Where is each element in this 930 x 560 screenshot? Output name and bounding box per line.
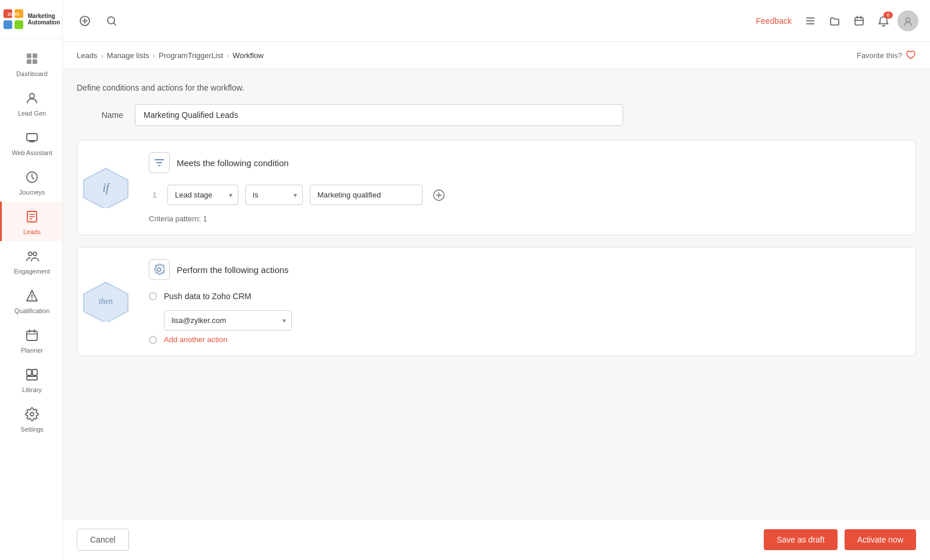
svg-point-20: [31, 299, 33, 300]
svg-point-17: [33, 252, 37, 256]
sidebar-label-planner: Planner: [21, 347, 43, 354]
breadcrumb-sep-1: ›: [101, 51, 103, 60]
then-block-title: Perform the following actions: [177, 265, 289, 275]
svg-rect-2: [3, 20, 12, 29]
topbar-left: [74, 10, 745, 31]
svg-line-33: [114, 23, 116, 25]
svg-rect-7: [27, 59, 31, 64]
sidebar-item-planner[interactable]: Planner: [0, 320, 62, 360]
then-block-header: Perform the following actions: [149, 259, 902, 280]
page-content: Define conditions and actions for the wo…: [63, 69, 930, 519]
action-label: Push data to Zoho CRM: [164, 292, 251, 301]
field-select-wrapper: Lead stage Lead score Lead source: [167, 185, 238, 205]
sidebar-item-qualification[interactable]: Qualification: [0, 281, 62, 320]
svg-point-41: [906, 17, 910, 21]
svg-rect-8: [33, 59, 37, 64]
sidebar-label-journeys: Journeys: [19, 189, 45, 196]
calendar-button[interactable]: [849, 10, 870, 31]
svg-text:ZOHO: ZOHO: [8, 12, 20, 16]
save-as-draft-button[interactable]: Save as draft: [764, 529, 838, 550]
zoho-logo-icon: ZOHO: [2, 8, 24, 30]
favorite-button[interactable]: Favorite this?: [857, 50, 916, 60]
library-icon: [25, 368, 39, 384]
operator-select[interactable]: is is not contains: [245, 185, 303, 205]
sidebar-label-library: Library: [22, 386, 42, 393]
svg-rect-27: [27, 376, 37, 380]
add-action-dot: [149, 336, 157, 344]
page-description: Define conditions and actions for the wo…: [77, 83, 916, 92]
svg-rect-10: [27, 134, 37, 141]
breadcrumb-leads[interactable]: Leads: [77, 51, 97, 60]
condition-row: 1 Lead stage Lead score Lead source is: [149, 185, 902, 205]
breadcrumb-bar: Leads › Manage lists › ProgramTriggerLis…: [63, 42, 930, 69]
action-row: Push data to Zoho CRM: [149, 292, 902, 301]
activate-now-button[interactable]: Activate now: [845, 529, 916, 550]
svg-rect-26: [33, 369, 37, 375]
sidebar-item-engagement[interactable]: Engagement: [0, 241, 62, 281]
then-block: then Perform the following actions Push …: [77, 247, 916, 356]
workflow-name-input[interactable]: [135, 104, 623, 126]
add-action-link[interactable]: Add another action: [164, 335, 227, 344]
sidebar-item-library[interactable]: Library: [0, 360, 62, 399]
list-view-button[interactable]: [800, 10, 821, 31]
topbar: Feedback 6: [63, 0, 930, 42]
if-badge-text: if: [102, 181, 109, 195]
dashboard-icon: [25, 52, 39, 68]
gear-icon: [149, 259, 170, 280]
folder-button[interactable]: [824, 10, 845, 31]
crm-account-select[interactable]: lisa@zylker.com admin@zylker.com: [164, 310, 292, 331]
sidebar-item-settings[interactable]: Settings: [0, 399, 62, 439]
notifications-button[interactable]: 6: [873, 10, 894, 31]
sidebar-item-lead-gen[interactable]: Lead Gen: [0, 83, 62, 123]
content-area: Leads › Manage lists › ProgramTriggerLis…: [63, 42, 930, 560]
favorite-label: Favorite this?: [857, 51, 902, 60]
sidebar-label-leads: Leads: [23, 228, 41, 235]
footer-right: Save as draft Activate now: [764, 529, 916, 550]
search-button[interactable]: [101, 10, 122, 31]
sidebar-item-leads[interactable]: Leads: [0, 202, 62, 241]
engagement-icon: [25, 249, 39, 265]
condition-value-input[interactable]: [310, 185, 423, 205]
name-row: Name: [77, 104, 916, 126]
criteria-label: Criteria pattern:: [149, 214, 201, 223]
svg-rect-25: [27, 369, 31, 375]
sidebar-item-dashboard[interactable]: Dashboard: [0, 44, 62, 83]
app-logo: ZOHO Marketing Automation: [0, 0, 62, 39]
web-assistant-icon: [25, 131, 39, 147]
sidebar-nav: Dashboard Lead Gen Web Assistant Journey…: [0, 39, 62, 439]
filter-icon: [149, 152, 170, 173]
sidebar-item-web-assistant[interactable]: Web Assistant: [0, 123, 62, 162]
field-select[interactable]: Lead stage Lead score Lead source: [167, 185, 238, 205]
sidebar-label-engagement: Engagement: [14, 268, 50, 275]
svg-point-28: [30, 412, 34, 416]
sidebar-item-journeys[interactable]: Journeys: [0, 162, 62, 202]
if-block: if Meets the following condition 1: [77, 140, 916, 235]
lead-gen-icon: [25, 91, 39, 107]
operator-select-wrapper: is is not contains: [245, 185, 303, 205]
name-label: Name: [77, 110, 123, 120]
sidebar: ZOHO Marketing Automation Dashboard Lead…: [0, 0, 63, 560]
add-condition-button[interactable]: [430, 186, 448, 204]
action-dot: [149, 292, 157, 300]
add-button[interactable]: [74, 10, 95, 31]
feedback-button[interactable]: Feedback: [752, 14, 796, 28]
notification-badge: 6: [884, 12, 893, 19]
user-avatar[interactable]: [897, 10, 918, 31]
qualification-icon: [25, 289, 39, 305]
breadcrumb-sep-3: ›: [227, 51, 229, 60]
svg-point-47: [158, 268, 161, 271]
sidebar-label-dashboard: Dashboard: [16, 70, 48, 77]
breadcrumb-manage-lists[interactable]: Manage lists: [107, 51, 149, 60]
breadcrumb-sep-2: ›: [153, 51, 155, 60]
cancel-button[interactable]: Cancel: [77, 529, 129, 551]
svg-rect-5: [27, 53, 31, 58]
breadcrumb: Leads › Manage lists › ProgramTriggerLis…: [77, 51, 263, 60]
then-badge-text: then: [99, 297, 113, 306]
breadcrumb-program-trigger-list[interactable]: ProgramTriggerList: [159, 51, 223, 60]
condition-row-number: 1: [149, 191, 160, 199]
settings-icon: [25, 407, 39, 423]
criteria-pattern: Criteria pattern: 1: [149, 214, 902, 223]
svg-rect-37: [855, 17, 863, 25]
svg-point-16: [28, 252, 32, 256]
then-block-content: Perform the following actions Push data …: [135, 247, 915, 356]
